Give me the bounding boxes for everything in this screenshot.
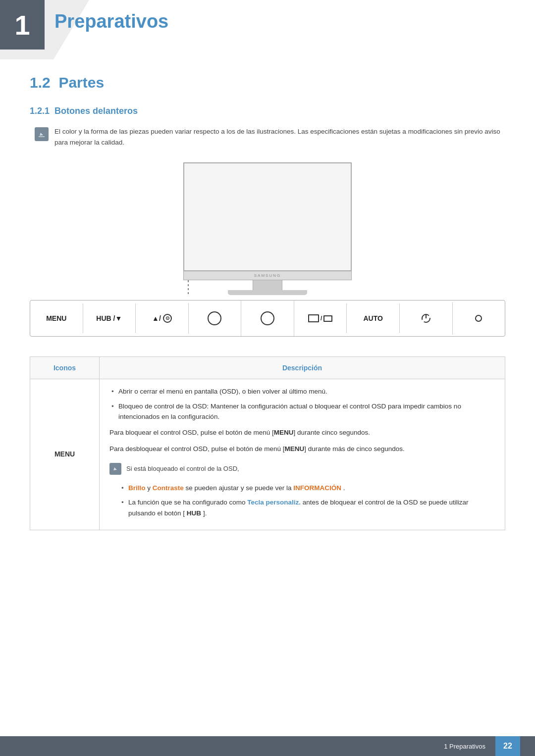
sub-bullet-item-2: La función que se ha configurado como Te… <box>119 497 495 518</box>
led-indicator <box>453 304 505 333</box>
hub-button-label: HUB /▼ <box>83 303 136 333</box>
up-brightness-button-label: ▲/ ⊙ <box>136 303 189 334</box>
circle-icon-2 <box>261 311 274 325</box>
tecla-personaliz-text: Tecla personaliz. <box>247 499 301 506</box>
sub-bullet-list: Brillo y Contraste se pueden ajustar y s… <box>119 483 495 519</box>
hub-bold-text: HUB <box>187 509 201 517</box>
pencil-small-icon <box>111 465 119 473</box>
bullet-item-2: Bloqueo de control de la OSD: Mantener l… <box>109 401 495 422</box>
sub-note-icon <box>109 463 121 475</box>
screen-switch-button: / <box>294 303 347 333</box>
table-row: MENU Abrir o cerrar el menú en pantalla … <box>30 379 505 530</box>
circle-dot-icon <box>475 315 482 322</box>
chapter-number-block: 1 <box>0 0 45 50</box>
footer: 1 Preparativos 22 <box>0 736 535 756</box>
section-1-2-title: 1.2 Partes <box>30 74 505 91</box>
note-text: El color y la forma de las piezas pueden… <box>54 126 500 148</box>
informacion-text: INFORMACIÓN <box>293 484 341 492</box>
note-icon <box>35 127 49 141</box>
main-content: 1.2 Partes 1.2.1 Botones delanteros El c… <box>0 59 535 560</box>
pencil-icon <box>37 130 46 139</box>
screen-switch-icon: / <box>308 314 332 322</box>
circle-icon-1 <box>208 311 221 325</box>
note-box: El color y la forma de las piezas pueden… <box>30 126 505 148</box>
chapter-number: 1 <box>14 9 30 41</box>
power-button <box>400 302 453 335</box>
bullet-list-main: Abrir o cerrar el menú en pantalla (OSD)… <box>109 386 495 422</box>
circle-btn-1 <box>189 301 242 336</box>
brillo-text: Brillo <box>128 484 146 492</box>
monitor-stand-base <box>228 290 307 295</box>
power-icon <box>421 313 431 324</box>
menu-button-label: MENU <box>30 303 83 333</box>
section-1-2-1-title: 1.2.1 Botones delanteros <box>30 106 505 116</box>
text-block-unlock: Para desbloquear el control OSD, pulse e… <box>109 444 495 455</box>
sub-bullet-item-1: Brillo y Contraste se pueden ajustar y s… <box>119 483 495 494</box>
sub-note-osd: Si está bloqueado el control de la OSD, <box>109 460 495 478</box>
samsung-logo: SAMSUNG <box>254 273 281 278</box>
icon-cell-menu: MENU <box>30 379 100 530</box>
footer-section-label: 1 Preparativos <box>444 743 485 750</box>
footer-page-number: 22 <box>495 736 520 756</box>
table-header-icons: Iconos <box>30 357 100 379</box>
info-table: Iconos Descripción MENU Abrir o cerrar e… <box>30 356 505 530</box>
header-section: 1 Preparativos <box>0 0 535 59</box>
monitor-stand-neck <box>253 280 282 290</box>
table-header-description: Descripción <box>100 357 505 379</box>
description-cell-menu: Abrir o cerrar el menú en pantalla (OSD)… <box>100 379 505 530</box>
contraste-text: Contraste <box>153 484 184 492</box>
circle-btn-2 <box>241 301 294 336</box>
monitor-illustration: SAMSUNG <box>30 162 505 295</box>
monitor-wrapper: SAMSUNG <box>173 162 362 295</box>
svg-rect-1 <box>39 136 45 137</box>
chapter-title: Preparativos <box>54 11 168 32</box>
text-block-lock: Para bloquear el control OSD, pulse el b… <box>109 427 495 439</box>
button-bar: MENU HUB /▼ ▲/ ⊙ / AUTO <box>30 300 505 337</box>
auto-button-label: AUTO <box>347 303 400 333</box>
monitor-bezel-bottom: SAMSUNG <box>183 271 352 280</box>
bullet-item-1: Abrir o cerrar el menú en pantalla (OSD)… <box>109 386 495 397</box>
monitor-screen <box>183 162 352 271</box>
sub-note-text: Si está bloqueado el control de la OSD, <box>126 464 239 474</box>
